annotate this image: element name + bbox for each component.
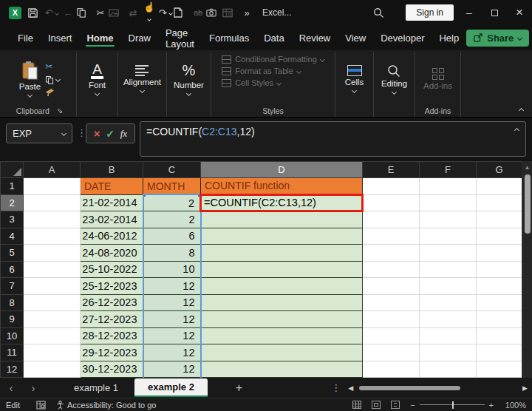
collapse-ribbon-icon[interactable] (519, 108, 524, 113)
vertical-scrollbar[interactable]: ▲ (522, 161, 532, 378)
cell-a5[interactable] (24, 245, 81, 262)
tab-draw[interactable]: Draw (121, 27, 158, 49)
prev-sheet-icon[interactable]: ‹ (0, 381, 22, 394)
cell-d10[interactable] (201, 327, 363, 344)
cell-c8[interactable]: 12 (143, 294, 201, 311)
col-header-f[interactable]: F (420, 162, 477, 178)
row-header-6[interactable]: 6 (1, 261, 24, 278)
cell-e11[interactable] (363, 344, 420, 361)
cell-b10[interactable]: 28-12-2023 (81, 327, 143, 344)
cell-b6[interactable]: 25-10-2022 (81, 261, 143, 278)
cell-a8[interactable] (24, 294, 81, 311)
cell-e12[interactable] (363, 361, 420, 378)
close-button[interactable]: × (507, 0, 532, 25)
row-header-11[interactable]: 11 (1, 344, 24, 361)
cell-g1[interactable] (477, 178, 522, 195)
cell-g5[interactable] (477, 245, 522, 262)
cell-g4[interactable] (477, 228, 522, 245)
cell-c11[interactable]: 12 (143, 344, 201, 361)
cell-f3[interactable] (420, 211, 477, 228)
cell-a11[interactable] (24, 344, 81, 361)
cell-a2[interactable] (24, 194, 81, 211)
name-box-dropdown-icon[interactable] (61, 131, 66, 136)
cell-f4[interactable] (420, 228, 477, 245)
cell-e3[interactable] (363, 211, 420, 228)
cell-b1[interactable]: DATE (81, 178, 143, 195)
cell-g7[interactable] (477, 278, 522, 295)
touch-mode-icon[interactable]: ☝ (141, 1, 157, 24)
cell-c5[interactable]: 8 (143, 245, 201, 262)
cell-d5[interactable] (201, 245, 363, 262)
zoom-slider-handle[interactable] (452, 401, 454, 409)
cell-d12[interactable] (201, 361, 363, 378)
row-header-7[interactable]: 7 (1, 278, 24, 295)
row-header-4[interactable]: 4 (1, 228, 24, 245)
col-header-e[interactable]: E (363, 162, 420, 178)
tab-formulas[interactable]: Formulas (202, 27, 256, 49)
cell-b3[interactable]: 23-02-2014 (81, 211, 143, 228)
cell-e2[interactable] (363, 194, 420, 211)
cell-e8[interactable] (363, 294, 420, 311)
cell-c3[interactable]: 2 (143, 211, 201, 228)
cell-b7[interactable]: 25-12-2023 (81, 278, 143, 295)
undo-icon[interactable]: ↶ (44, 7, 60, 18)
cell-b8[interactable]: 26-12-2023 (81, 294, 143, 311)
cell-e6[interactable] (363, 261, 420, 278)
sheet-tab-example-1[interactable]: example 1 (58, 378, 134, 397)
cell-b5[interactable]: 24-08-2020 (81, 245, 143, 262)
zoom-slider[interactable] (420, 404, 485, 406)
tab-page-layout[interactable]: Page Layout (158, 21, 202, 55)
cell-g11[interactable] (477, 344, 522, 361)
tab-help[interactable]: Help (432, 27, 466, 49)
cell-g8[interactable] (477, 294, 522, 311)
cell-e1[interactable] (363, 178, 420, 195)
camera-icon[interactable] (206, 8, 222, 17)
cell-f6[interactable] (420, 261, 477, 278)
search-icon[interactable] (373, 7, 389, 18)
format-as-table-button[interactable]: Format as Table (222, 67, 301, 75)
format-painter-button[interactable] (45, 88, 60, 97)
qat-overflow-icon[interactable]: » (239, 7, 255, 18)
accessibility-status[interactable]: Accessibility: Good to go (56, 401, 156, 410)
cells-menu-button[interactable]: Cells (345, 65, 364, 92)
row-header-9[interactable]: 9 (1, 311, 24, 328)
name-box[interactable]: EXP (6, 123, 72, 143)
cell-a9[interactable] (24, 311, 81, 328)
addins-button[interactable]: Add-ins (423, 68, 452, 90)
cell-g6[interactable] (477, 261, 522, 278)
tab-file[interactable]: File (10, 27, 41, 49)
formula-input[interactable]: =COUNTIF(C2:C13,12) (140, 121, 526, 157)
minimize-button[interactable]: – (457, 0, 482, 25)
cell-a12[interactable] (24, 361, 81, 378)
cell-b9[interactable]: 27-12-2023 (81, 311, 143, 328)
collapse-formula-bar-icon[interactable] (514, 128, 519, 133)
tab-developer[interactable]: Developer (373, 27, 432, 49)
cell-e9[interactable] (363, 311, 420, 328)
strikethrough-icon[interactable]: ab (190, 8, 206, 17)
sheet-options-icon[interactable]: ⋮ (331, 382, 341, 393)
cell-c9[interactable]: 12 (143, 311, 201, 328)
number-menu-button[interactable]: % Number (174, 62, 204, 95)
zoom-out-icon[interactable]: − (410, 401, 415, 410)
cell-a10[interactable] (24, 327, 81, 344)
select-all-corner[interactable] (1, 162, 24, 178)
cell-a6[interactable] (24, 261, 81, 278)
page-break-view-icon[interactable] (391, 401, 400, 409)
cell-c10[interactable]: 12 (143, 327, 201, 344)
row-header-2[interactable]: 2 (1, 194, 24, 211)
col-header-b[interactable]: B (81, 162, 143, 178)
scroll-right-icon[interactable]: ▶ (522, 384, 528, 392)
cell-d7[interactable] (201, 278, 363, 295)
macro-record-icon[interactable] (36, 401, 46, 410)
paste-button[interactable]: Paste (19, 61, 41, 97)
zoom-level[interactable]: 100% (504, 401, 526, 410)
workbook-stats-icon[interactable] (222, 8, 239, 18)
cell-c1[interactable]: MONTH (143, 178, 201, 195)
col-header-d[interactable]: D (201, 162, 363, 178)
horizontal-scroll-thumb[interactable] (359, 386, 460, 390)
cell-f8[interactable] (420, 294, 477, 311)
cell-b12[interactable]: 30-12-2023 (81, 361, 143, 378)
cancel-entry-icon[interactable]: × (94, 127, 100, 140)
cell-e10[interactable] (363, 327, 420, 344)
page-layout-view-icon[interactable] (372, 401, 381, 409)
